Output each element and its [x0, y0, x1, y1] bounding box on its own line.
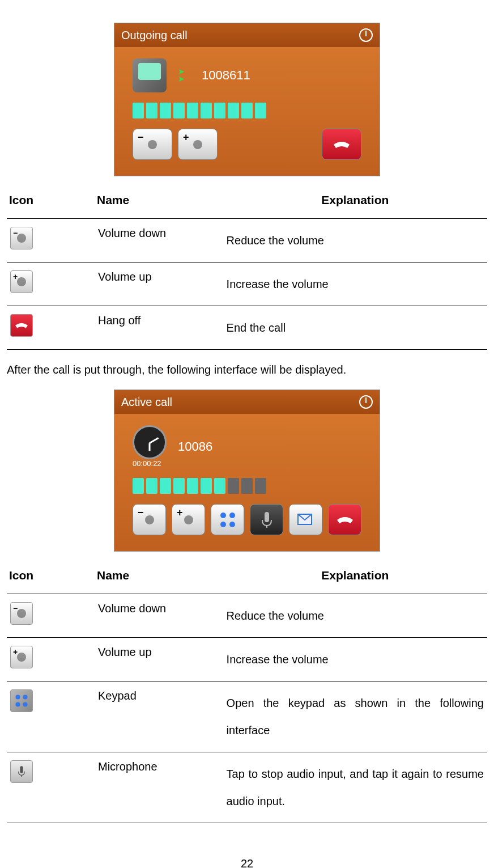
row-name: Keypad [95, 681, 223, 752]
table-row: Microphone Tap to stop audio input, and … [7, 752, 487, 823]
row-explanation: End the call [223, 306, 487, 350]
svg-point-1 [229, 513, 235, 518]
volume-down-icon: − [10, 227, 33, 249]
table-row: Hang off End the call [7, 306, 487, 350]
explanation-header: Explanation [223, 563, 487, 594]
icon-header: Icon [7, 563, 95, 594]
table-row: − Volume down Reduce the volume [7, 594, 487, 638]
outgoing-call-icon-table: Icon Name Explanation − Volume down Redu… [7, 188, 487, 350]
message-button[interactable] [289, 504, 322, 535]
volume-up-button[interactable]: + [172, 504, 205, 535]
call-header: Active call [114, 390, 380, 414]
svg-point-7 [15, 695, 20, 699]
row-explanation: Increase the volume [223, 638, 487, 681]
keypad-icon [10, 689, 33, 712]
row-explanation: Open the keypad as shown in the followin… [223, 681, 487, 752]
volume-down-button[interactable]: − [133, 504, 166, 535]
name-header: Name [95, 188, 223, 219]
row-name: Volume down [95, 219, 223, 262]
row-explanation: Reduce the volume [223, 594, 487, 638]
hang-off-button[interactable] [328, 504, 361, 535]
row-explanation: Reduce the volume [223, 219, 487, 262]
explanation-header: Explanation [223, 188, 487, 219]
row-name: Microphone [95, 752, 223, 823]
row-name: Volume down [95, 594, 223, 638]
table-row: + Volume up Increase the volume [7, 638, 487, 681]
table-header-row: Icon Name Explanation [7, 563, 487, 594]
svg-point-8 [23, 695, 27, 699]
row-name: Volume up [95, 262, 223, 306]
call-direction-arrows-icon: ➤➤ [178, 69, 185, 82]
clock-icon [133, 425, 167, 459]
name-header: Name [95, 563, 223, 594]
row-name: Hang off [95, 306, 223, 350]
volume-up-icon: + [10, 270, 33, 293]
volume-up-button[interactable]: + [178, 129, 218, 160]
svg-point-2 [220, 522, 226, 527]
svg-rect-11 [20, 767, 23, 773]
call-timer: 00:00:22 [133, 459, 167, 468]
icon-header: Icon [7, 188, 95, 219]
signal-bar [121, 472, 373, 499]
call-number: 1008611 [202, 68, 361, 83]
keypad-button[interactable] [211, 504, 244, 535]
volume-up-icon: + [10, 646, 33, 668]
row-explanation: Tap to stop audio input, and tap it agai… [223, 752, 487, 823]
table-header-row: Icon Name Explanation [7, 188, 487, 219]
table-row: + Volume up Increase the volume [7, 262, 487, 306]
active-call-icon-table: Icon Name Explanation − Volume down Redu… [7, 563, 487, 823]
microphone-icon [10, 760, 33, 783]
keypad-icon [219, 511, 237, 529]
speaker-icon [145, 515, 154, 524]
svg-point-10 [23, 702, 27, 706]
transition-text: After the call is put through, the follo… [7, 361, 487, 378]
power-icon [359, 395, 373, 409]
signal-bar [121, 97, 373, 124]
table-row: Keypad Open the keypad as shown in the f… [7, 681, 487, 752]
speaker-icon [184, 515, 193, 524]
speaker-icon [193, 140, 202, 149]
hang-off-icon [10, 314, 33, 337]
microphone-icon [260, 511, 274, 529]
hangup-icon [335, 512, 355, 528]
call-number: 10086 [178, 439, 361, 454]
hangup-icon [331, 137, 352, 153]
device-icon [133, 58, 167, 92]
svg-point-3 [229, 522, 235, 527]
call-title: Active call [121, 396, 172, 409]
svg-point-0 [220, 513, 226, 518]
active-call-screenshot: Active call 00:00:22 10086 − + [114, 389, 380, 552]
speaker-icon [148, 140, 157, 149]
row-explanation: Increase the volume [223, 262, 487, 306]
hang-off-button[interactable] [322, 129, 361, 160]
outgoing-call-screenshot: Outgoing call ➤➤ 1008611 − + [114, 23, 380, 176]
page-number: 22 [7, 857, 487, 868]
microphone-button[interactable] [250, 504, 283, 535]
volume-down-button[interactable]: − [133, 129, 172, 160]
row-name: Volume up [95, 638, 223, 681]
message-icon [297, 512, 315, 528]
table-row: − Volume down Reduce the volume [7, 219, 487, 262]
volume-down-icon: − [10, 602, 33, 625]
svg-rect-4 [265, 512, 269, 522]
call-header: Outgoing call [114, 23, 380, 47]
call-title: Outgoing call [121, 29, 188, 42]
svg-point-9 [15, 702, 20, 706]
power-icon [359, 28, 373, 42]
